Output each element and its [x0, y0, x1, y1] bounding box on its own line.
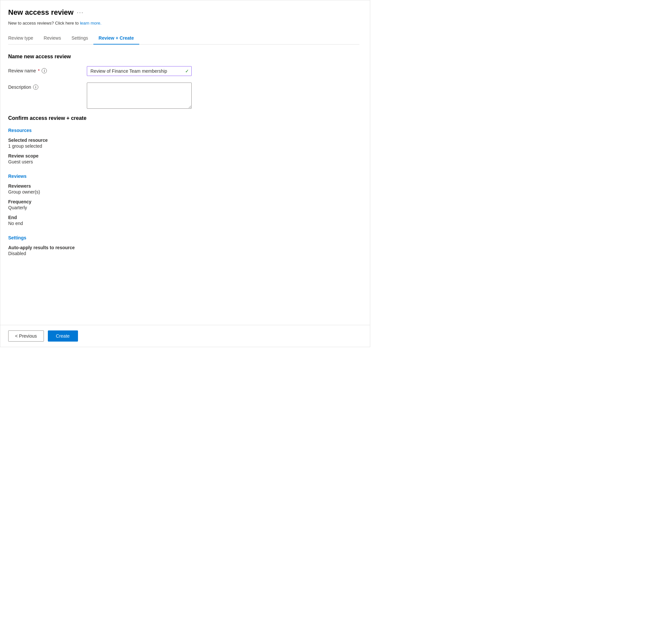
review-name-row: Review name * i ✓	[8, 66, 359, 76]
create-button[interactable]: Create	[48, 330, 78, 342]
review-scope-label: Review scope	[8, 153, 359, 158]
tabs-row: Review type Reviews Settings Review + Cr…	[8, 32, 359, 45]
resources-title: Resources	[8, 128, 359, 133]
auto-apply-group: Auto-apply results to resource Disabled	[8, 245, 359, 256]
review-scope-value: Guest users	[8, 159, 359, 165]
page-title: New access review	[8, 8, 74, 17]
learn-more-row: New to access reviews? Click here to lea…	[8, 21, 359, 25]
previous-button[interactable]: < Previous	[8, 330, 44, 342]
frequency-group: Frequency Quarterly	[8, 199, 359, 210]
description-row: Description i	[8, 83, 359, 109]
review-name-label: Review name * i	[8, 66, 87, 73]
footer-buttons: < Previous Create	[0, 325, 370, 347]
tab-review-create[interactable]: Review + Create	[93, 32, 139, 45]
selected-resource-value: 1 group selected	[8, 144, 359, 149]
name-section-heading: Name new access review	[8, 54, 359, 60]
review-scope-group: Review scope Guest users	[8, 153, 359, 165]
reviews-title: Reviews	[8, 174, 359, 179]
main-content: New access review ··· New to access revi…	[0, 0, 370, 325]
description-info-icon[interactable]: i	[33, 85, 38, 90]
frequency-value: Quarterly	[8, 205, 359, 210]
learn-more-prefix: New to access reviews? Click here to	[8, 21, 79, 25]
page-container: New access review ··· New to access revi…	[0, 0, 370, 347]
confirm-section: Confirm access review + create Resources…	[8, 115, 359, 256]
auto-apply-label: Auto-apply results to resource	[8, 245, 359, 250]
settings-block: Settings Auto-apply results to resource …	[8, 235, 359, 256]
more-options-icon[interactable]: ···	[77, 9, 84, 16]
required-star: *	[38, 68, 40, 73]
reviewers-value: Group owner(s)	[8, 189, 359, 195]
review-name-info-icon[interactable]: i	[42, 68, 47, 73]
selected-resource-group: Selected resource 1 group selected	[8, 137, 359, 149]
footer-divider: < Previous Create	[0, 325, 370, 347]
tab-settings[interactable]: Settings	[66, 32, 93, 45]
tab-review-type[interactable]: Review type	[8, 32, 38, 45]
check-icon: ✓	[185, 68, 189, 74]
reviewers-group: Reviewers Group owner(s)	[8, 183, 359, 195]
auto-apply-value: Disabled	[8, 251, 359, 256]
review-name-input-wrapper: ✓	[87, 66, 192, 76]
resources-block: Resources Selected resource 1 group sele…	[8, 128, 359, 165]
confirm-heading: Confirm access review + create	[8, 115, 359, 121]
description-label: Description i	[8, 83, 87, 90]
description-textarea[interactable]	[87, 83, 192, 109]
page-title-row: New access review ···	[8, 8, 359, 17]
reviewers-label: Reviewers	[8, 183, 359, 189]
end-group: End No end	[8, 215, 359, 226]
reviews-block: Reviews Reviewers Group owner(s) Frequen…	[8, 174, 359, 226]
selected-resource-label: Selected resource	[8, 137, 359, 143]
end-value: No end	[8, 221, 359, 226]
frequency-label: Frequency	[8, 199, 359, 204]
learn-more-link[interactable]: learn more.	[80, 21, 102, 25]
review-name-input[interactable]	[87, 66, 192, 76]
tab-reviews[interactable]: Reviews	[38, 32, 66, 45]
settings-title: Settings	[8, 235, 359, 240]
end-label: End	[8, 215, 359, 220]
